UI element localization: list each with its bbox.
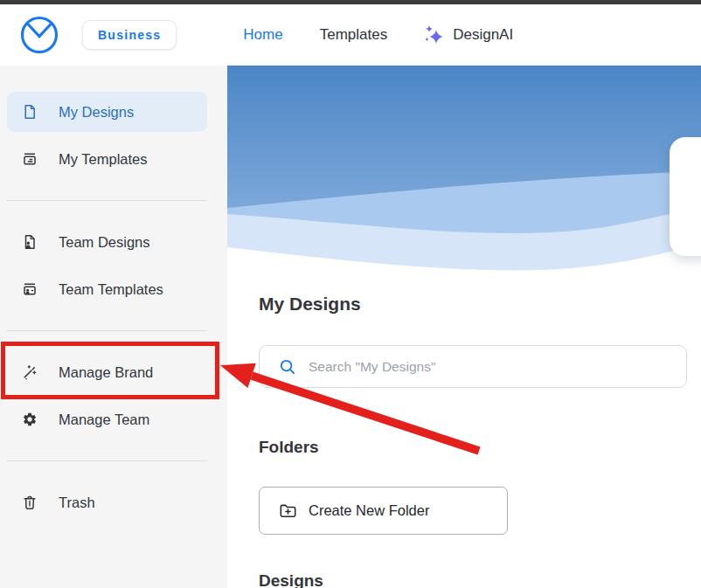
plan-badge[interactable]: Business <box>82 20 177 50</box>
nav-home-label: Home <box>243 26 282 44</box>
sidebar-label: My Designs <box>59 104 134 121</box>
sidebar-item-team-templates[interactable]: Team Templates <box>7 269 207 309</box>
sidebar-item-manage-brand[interactable]: Manage Brand <box>7 352 207 392</box>
sidebar-item-trash[interactable]: Trash <box>7 482 207 522</box>
create-new-folder-button[interactable]: Create New Folder <box>259 487 508 535</box>
sidebar-label: Manage Brand <box>59 364 153 381</box>
page-title: My Designs <box>259 294 701 315</box>
sidebar: My Designs My Templates Team Designs <box>0 66 227 588</box>
sidebar-divider <box>7 200 207 201</box>
folders-section-title: Folders <box>259 438 701 457</box>
magic-wand-icon <box>22 364 38 380</box>
sidebar-item-my-designs[interactable]: My Designs <box>7 92 207 132</box>
sidebar-item-team-designs[interactable]: Team Designs <box>7 222 207 262</box>
sidebar-label: Trash <box>59 495 95 511</box>
nav-item-templates[interactable]: Templates <box>320 26 387 44</box>
search-icon <box>279 358 296 376</box>
app-logo-icon[interactable] <box>19 15 59 55</box>
nav-item-home[interactable]: Home <box>243 26 282 44</box>
nav-templates-label: Templates <box>320 26 387 44</box>
document-icon <box>22 104 38 120</box>
team-designs-icon <box>22 234 38 250</box>
sidebar-divider <box>7 460 207 461</box>
sidebar-divider <box>7 330 207 331</box>
trash-icon <box>22 495 38 510</box>
folder-plus-icon <box>279 502 297 520</box>
sidebar-label: Team Designs <box>59 234 150 251</box>
sidebar-label: Team Templates <box>59 281 163 298</box>
sidebar-label: My Templates <box>59 151 147 168</box>
search-box[interactable] <box>259 345 687 388</box>
sidebar-label: Manage Team <box>59 412 149 428</box>
designs-section-title: Designs <box>259 571 701 588</box>
sparkles-icon <box>424 24 445 45</box>
team-templates-icon <box>22 281 38 297</box>
promo-card[interactable] <box>670 137 701 256</box>
gear-icon <box>22 412 38 427</box>
main-nav: Home Templates DesignAI <box>243 24 513 45</box>
search-input[interactable] <box>309 359 686 375</box>
sidebar-item-my-templates[interactable]: My Templates <box>7 139 207 179</box>
templates-icon <box>22 151 38 167</box>
nav-designai-label: DesignAI <box>453 26 513 44</box>
sidebar-item-manage-team[interactable]: Manage Team <box>7 399 207 439</box>
main-content: My Designs Folders Create New Folder Des… <box>227 66 701 588</box>
nav-item-designai[interactable]: DesignAI <box>424 24 513 45</box>
create-new-folder-label: Create New Folder <box>309 502 429 519</box>
app-header: Business Home Templates DesignAI <box>0 4 701 66</box>
